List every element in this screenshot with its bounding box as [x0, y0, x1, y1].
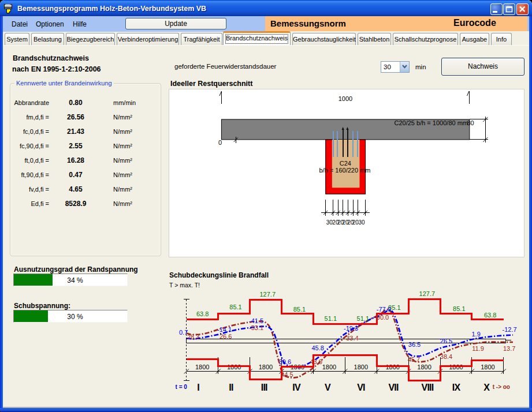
svg-text:13.7: 13.7: [503, 345, 515, 352]
svg-text:11.9: 11.9: [472, 345, 484, 352]
svg-text:127.7: 127.7: [419, 290, 436, 297]
svg-text:1800: 1800: [195, 364, 209, 370]
svg-text:-53.1: -53.1: [249, 324, 263, 331]
svg-text:-12.7: -12.7: [503, 326, 517, 333]
svg-text:90.0: 90.0: [377, 314, 389, 321]
svg-text:63.8: 63.8: [196, 310, 209, 317]
svg-text:IX: IX: [452, 383, 461, 392]
svg-text:127.7: 127.7: [260, 291, 276, 298]
svg-text:45.7: 45.7: [408, 356, 420, 363]
svg-text:1800: 1800: [417, 364, 431, 370]
svg-text:39.6: 39.6: [279, 358, 291, 365]
svg-text:1800: 1800: [385, 364, 399, 370]
svg-text:43.0: 43.0: [310, 358, 322, 365]
svg-text:C24: C24: [340, 160, 351, 167]
svg-text:-41.5: -41.5: [249, 317, 263, 324]
svg-text:0: 0: [218, 139, 222, 146]
svg-text:80: 80: [467, 119, 474, 126]
svg-text:85.1: 85.1: [293, 306, 306, 313]
svg-text:44.5: 44.5: [281, 371, 293, 378]
svg-text:-77.0: -77.0: [377, 306, 391, 313]
svg-text:1800: 1800: [481, 364, 494, 370]
svg-text:26.5: 26.5: [440, 338, 452, 344]
svg-text:VI: VI: [357, 383, 365, 392]
svg-text:-14.1: -14.1: [217, 326, 232, 333]
svg-text:0.7: 0.7: [179, 329, 188, 336]
svg-text:1800: 1800: [449, 364, 463, 370]
svg-text:b/h = 160/220 mm: b/h = 160/220 mm: [319, 167, 371, 174]
svg-text:II: II: [229, 383, 233, 392]
svg-text:26.6: 26.6: [220, 333, 232, 340]
svg-text:1000: 1000: [338, 95, 352, 102]
svg-text:28.3: 28.3: [187, 334, 199, 340]
svg-text:63.8: 63.8: [484, 312, 496, 319]
svg-text:I: I: [197, 383, 199, 392]
svg-text:45.8: 45.8: [312, 344, 324, 351]
svg-text:36.5: 36.5: [408, 341, 421, 348]
svg-text:1800: 1800: [354, 364, 368, 370]
svg-text:38.4: 38.4: [440, 353, 452, 360]
svg-text:-19.3: -19.3: [344, 325, 358, 332]
svg-text:30: 30: [359, 219, 366, 226]
svg-text:t -> oo: t -> oo: [493, 384, 510, 390]
svg-text:VIII: VIII: [422, 383, 434, 392]
svg-text:85.1: 85.1: [229, 304, 241, 310]
svg-text:1.9: 1.9: [472, 331, 481, 338]
svg-text:VII: VII: [388, 383, 399, 392]
svg-text:III: III: [261, 383, 267, 392]
svg-text:1800: 1800: [259, 364, 273, 370]
svg-text:-33.4: -33.4: [344, 335, 359, 342]
svg-text:X: X: [483, 383, 490, 392]
svg-text:1800: 1800: [322, 364, 336, 370]
svg-text:IV: IV: [292, 383, 301, 392]
svg-text:51.1: 51.1: [357, 315, 369, 322]
svg-text:t = 0: t = 0: [176, 384, 188, 390]
svg-text:V: V: [325, 383, 331, 392]
svg-text:C20/25 b/h = 1000/80 mm: C20/25 b/h = 1000/80 mm: [395, 119, 468, 126]
svg-text:85.1: 85.1: [453, 305, 465, 312]
svg-text:51.1: 51.1: [325, 315, 337, 322]
